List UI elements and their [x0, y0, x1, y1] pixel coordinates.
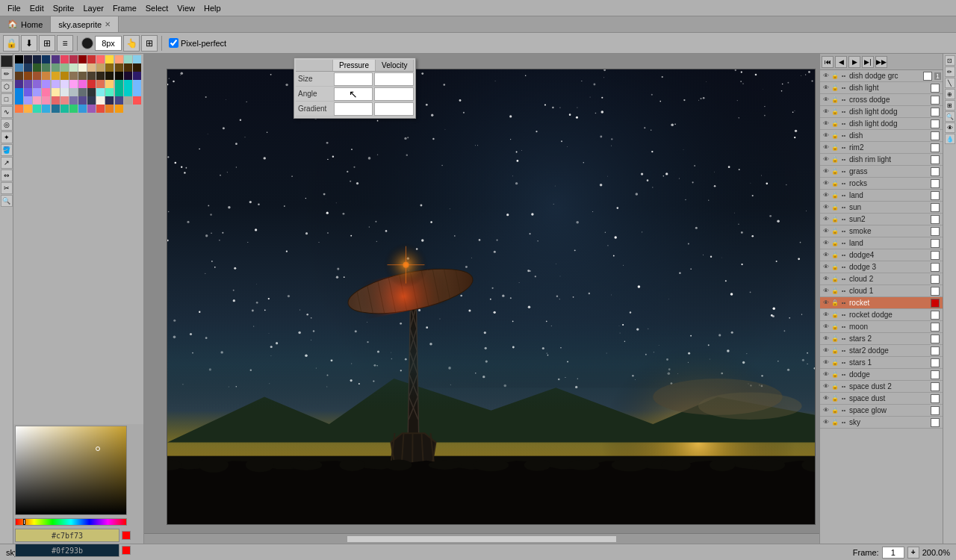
layer-visible-28[interactable]: 👁	[822, 406, 830, 414]
layer-visible-22[interactable]: 👁	[822, 335, 830, 343]
layer-lock-10[interactable]: 🔒	[831, 191, 839, 199]
palette-cell-54[interactable]	[124, 80, 132, 88]
layer-dots-10[interactable]: ••	[839, 191, 848, 199]
palette-cell-71[interactable]	[24, 96, 32, 105]
gradient-box[interactable]	[15, 426, 127, 515]
right-tool-eye[interactable]: 👁	[945, 122, 955, 133]
palette-cell-73[interactable]	[42, 96, 50, 105]
layer-dots-17[interactable]: ••	[839, 275, 848, 283]
tab-close-button[interactable]: ✕	[105, 20, 111, 28]
layer-lock-15[interactable]: 🔒	[831, 251, 839, 259]
layer-row-13[interactable]: 👁 🔒 •• smoke	[820, 225, 943, 237]
layer-visible-20[interactable]: 👁	[822, 311, 830, 319]
layer-row-22[interactable]: 👁 🔒 •• stars 2	[820, 333, 943, 345]
palette-cell-9[interactable]	[96, 55, 105, 63]
tab-sky-aseprite[interactable]: sky.aseprite ✕	[51, 16, 119, 32]
layer-lock-5[interactable]: 🔒	[831, 131, 839, 140]
layer-row-19[interactable]: 👁 🔒 •• rocket	[820, 297, 943, 309]
layer-row-27[interactable]: 👁 🔒 •• space dust	[820, 393, 943, 405]
layer-visible-9[interactable]: 👁	[822, 179, 830, 187]
palette-cell-59[interactable]	[42, 88, 50, 96]
layer-lock-14[interactable]: 🔒	[831, 239, 839, 247]
palette-cell-16[interactable]	[33, 63, 41, 72]
layer-row-10[interactable]: 👁 🔒 •• land	[820, 190, 943, 202]
layer-lock-20[interactable]: 🔒	[831, 311, 839, 319]
menu-help[interactable]: Help	[199, 2, 226, 14]
palette-cell-28[interactable]	[15, 72, 23, 80]
popup-tab-velocity[interactable]: Velocity	[376, 60, 414, 71]
menu-button[interactable]: ≡	[57, 35, 73, 52]
layer-row-29[interactable]: 👁 🔒 •• sky	[820, 417, 943, 429]
right-tool-pencil[interactable]: ✏	[945, 66, 955, 77]
canvas-container[interactable]	[167, 69, 816, 525]
layer-lock-4[interactable]: 🔒	[831, 119, 839, 128]
layer-visible-18[interactable]: 👁	[822, 287, 830, 295]
layer-visible-0[interactable]: 👁	[822, 72, 830, 80]
right-tool-pipette[interactable]: 💧	[945, 134, 955, 144]
anim-prev[interactable]: ◀	[835, 56, 847, 68]
popup-angle-field[interactable]: ↖	[334, 87, 373, 101]
right-tool-line[interactable]: ╲	[945, 78, 955, 88]
palette-cell-15[interactable]	[24, 63, 32, 72]
palette-cell-58[interactable]	[33, 88, 41, 96]
layer-dots-27[interactable]: ••	[839, 394, 848, 402]
palette-cell-34[interactable]	[69, 72, 78, 80]
horizontal-scrollbar[interactable]	[144, 533, 819, 544]
right-tool-expand[interactable]: ⊡	[945, 55, 955, 66]
palette-cell-45[interactable]	[42, 80, 50, 88]
palette-cell-52[interactable]	[105, 80, 114, 88]
layer-visible-5[interactable]: 👁	[822, 131, 830, 140]
layer-dots-8[interactable]: ••	[839, 167, 848, 175]
popup-tab-pressure[interactable]: Pressure	[333, 60, 376, 71]
layer-lock-16[interactable]: 🔒	[831, 263, 839, 271]
frame-input[interactable]: 1	[882, 547, 904, 559]
layer-visible-12[interactable]: 👁	[822, 215, 830, 223]
layer-lock-18[interactable]: 🔒	[831, 287, 839, 295]
layer-visible-16[interactable]: 👁	[822, 263, 830, 271]
layer-dots-1[interactable]: ••	[839, 84, 848, 92]
palette-cell-13[interactable]	[133, 55, 141, 63]
left-tool-7[interactable]: 🪣	[1, 144, 13, 156]
layer-visible-15[interactable]: 👁	[822, 251, 830, 259]
layer-row-7[interactable]: 👁 🔒 •• dish rim light	[820, 154, 943, 166]
layer-dots-25[interactable]: ••	[839, 370, 848, 379]
palette-cell-82[interactable]	[124, 96, 132, 105]
background-indicator[interactable]	[122, 546, 131, 555]
layer-dots-3[interactable]: ••	[839, 108, 848, 116]
left-tool-3[interactable]: □	[1, 93, 13, 105]
menu-edit[interactable]: Edit	[25, 2, 49, 14]
layer-lock-29[interactable]: 🔒	[831, 418, 839, 426]
palette-cell-20[interactable]	[69, 63, 78, 72]
palette-cell-47[interactable]	[60, 80, 69, 88]
layer-dots-0[interactable]: ••	[839, 72, 848, 80]
layer-lock-22[interactable]: 🔒	[831, 335, 839, 343]
palette-cell-29[interactable]	[24, 72, 32, 80]
palette-cell-74[interactable]	[52, 96, 60, 105]
layer-dots-24[interactable]: ••	[839, 358, 848, 367]
color-picker-area[interactable]: #c7bf73 #0f293b	[13, 424, 143, 544]
right-tool-zoom[interactable]: 🔍	[945, 111, 955, 122]
palette-cell-70[interactable]	[15, 96, 23, 105]
palette-cell-42[interactable]	[15, 80, 23, 88]
anim-play[interactable]: ▶	[848, 56, 860, 68]
layer-lock-9[interactable]: 🔒	[831, 179, 839, 187]
layer-row-26[interactable]: 👁 🔒 •• space dust 2	[820, 381, 943, 393]
palette-cell-79[interactable]	[96, 96, 105, 105]
layer-visible-1[interactable]: 👁	[822, 84, 830, 92]
layer-row-18[interactable]: 👁 🔒 •• cloud 1	[820, 285, 943, 297]
grid-button[interactable]: ⊞	[39, 35, 55, 52]
layer-row-23[interactable]: 👁 🔒 •• star2 dodge	[820, 345, 943, 357]
palette-cell-51[interactable]	[96, 80, 105, 88]
layer-lock-27[interactable]: 🔒	[831, 394, 839, 402]
palette-cell-27[interactable]	[133, 63, 141, 72]
layer-row-28[interactable]: 👁 🔒 •• space glow	[820, 405, 943, 417]
tab-home[interactable]: 🏠 Home	[0, 16, 51, 32]
layer-dots-15[interactable]: ••	[839, 251, 848, 259]
pixel-perfect-checkbox[interactable]	[169, 38, 179, 48]
layer-row-1[interactable]: 👁 🔒 •• dish light	[820, 82, 943, 94]
menu-layer[interactable]: Layer	[78, 2, 108, 14]
layer-lock-6[interactable]: 🔒	[831, 143, 839, 152]
layer-row-20[interactable]: 👁 🔒 •• rocket dodge	[820, 309, 943, 321]
palette-cell-33[interactable]	[60, 72, 69, 80]
left-tool-10[interactable]: ✂	[1, 182, 13, 194]
